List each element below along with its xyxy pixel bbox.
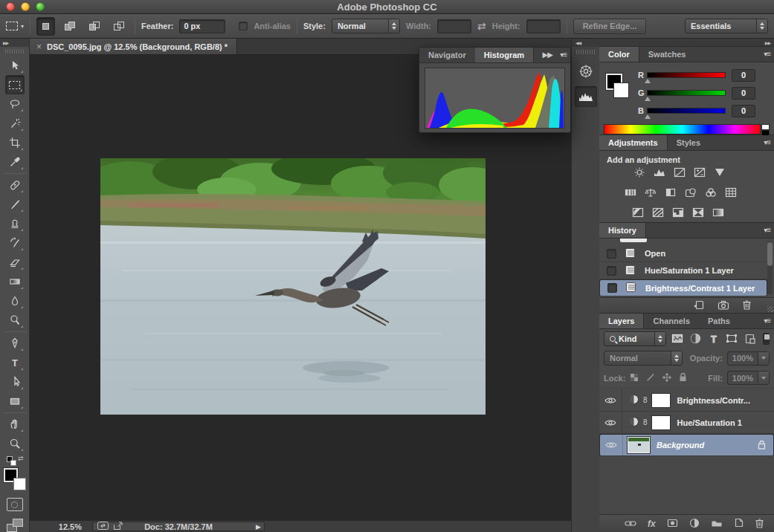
tab-adjustments[interactable]: Adjustments [599,135,668,150]
status-options-arrow-icon[interactable]: ▶ [256,523,261,531]
tool-preset-picker[interactable]: ▾ [6,17,24,35]
filter-smart-objects-icon[interactable] [744,332,757,345]
tab-histogram[interactable]: Histogram [475,48,534,62]
color-balance-icon[interactable] [643,186,658,198]
green-value-field[interactable]: 0 [732,87,755,100]
tab-layers[interactable]: Layers [599,314,644,328]
rectangular-marquee-tool[interactable] [5,75,25,94]
move-tool[interactable] [5,56,25,75]
invert-icon[interactable] [631,207,645,218]
snapshot-thumbnail-partial[interactable] [620,239,647,242]
lasso-tool[interactable] [5,94,25,114]
refine-edge-button[interactable]: Refine Edge... [573,19,647,34]
strip-expand-header[interactable]: ◀◀ [572,39,599,47]
height-input[interactable] [526,19,561,33]
lock-pixels-icon[interactable] [645,372,655,383]
gradient-tool[interactable] [5,272,25,291]
intersect-selection-button[interactable] [110,17,129,36]
history-state-hue-saturation[interactable]: Hue/Saturation 1 Layer [599,262,767,279]
spot-healing-brush-tool[interactable] [5,175,25,195]
layer-row-hue-saturation[interactable]: 8 Hue/Saturation 1 [599,412,774,434]
rectangle-tool[interactable] [5,392,25,411]
collapse-panel-icon[interactable]: ▶▶ [543,51,552,59]
zoom-tool[interactable] [5,434,25,453]
tab-paths[interactable]: Paths [699,314,739,328]
feather-input[interactable] [179,19,225,33]
histogram-panel-icon[interactable] [575,86,597,107]
black-white-icon[interactable] [663,186,678,198]
posterize-icon[interactable] [651,207,665,218]
visibility-toggle[interactable] [600,435,623,455]
swap-colors-icon[interactable]: ⇄ [18,455,24,462]
panel-resize-grip[interactable] [767,306,773,312]
visibility-toggle[interactable] [599,389,622,411]
red-value-field[interactable]: 0 [732,69,755,82]
history-scrollbar[interactable] [767,241,773,294]
vibrance-icon[interactable] [712,166,727,178]
panel-menu-icon[interactable]: ▾≡ [560,51,567,59]
default-colors-widget[interactable]: ⇄ [7,455,23,467]
delete-state-button[interactable] [742,299,752,311]
opacity-dropdown[interactable]: 100% [727,351,770,366]
quick-mask-button[interactable] [7,498,23,511]
style-select[interactable]: Normal [332,19,400,33]
swap-width-height-icon[interactable]: ⇄ [477,20,486,32]
hand-tool[interactable] [5,415,25,434]
curves-icon[interactable] [672,166,687,178]
filter-toggle-switch[interactable] [763,333,770,345]
gradient-map-icon[interactable] [691,207,706,218]
tab-swatches[interactable]: Swatches [639,47,695,62]
red-slider[interactable] [647,72,726,78]
layer-row-background[interactable]: Background [599,434,774,456]
dock-collapse-header[interactable]: ▶▶ [599,39,774,47]
canvas-image[interactable] [100,158,486,415]
history-brush-tool[interactable] [5,233,25,253]
visibility-toggle[interactable] [599,412,622,433]
fill-dropdown[interactable]: 100% [727,371,770,385]
brush-tool[interactable] [5,195,25,214]
layer-row-brightness-contrast[interactable]: 8 Brightness/Contr... [599,389,774,412]
tab-history[interactable]: History [599,223,646,238]
green-slider[interactable] [647,90,726,96]
add-to-selection-button[interactable] [61,17,80,36]
exposure-icon[interactable] [692,166,707,178]
white-swatch[interactable] [761,124,770,130]
layer-thumbnail[interactable] [628,437,650,453]
history-state-brightness-contrast[interactable]: Brightness/Contrast 1 Layer [599,279,767,296]
width-input[interactable] [437,19,471,33]
color-spectrum-ramp[interactable] [604,124,761,134]
filter-adjustment-layers-icon[interactable] [688,332,702,345]
eraser-tool[interactable] [5,253,25,272]
eyedropper-tool[interactable] [5,152,25,172]
layer-style-button[interactable]: fx [648,519,656,529]
tools-collapse-header[interactable]: ▶▶ [0,39,29,47]
new-adjustment-layer-button[interactable] [689,518,700,530]
path-selection-tool[interactable] [5,372,25,392]
lock-transparency-icon[interactable] [630,373,639,383]
background-color-swatch[interactable] [13,478,26,490]
color-lookup-icon[interactable] [723,186,738,198]
history-source-checkbox[interactable] [607,283,617,293]
layer-mask-thumbnail[interactable] [651,393,671,408]
navigator-panel-icon[interactable] [575,61,597,82]
document-tab[interactable]: × DSC_0095.jpg @ 12.5% (Background, RGB/… [30,39,237,54]
slider-thumb[interactable] [645,97,651,101]
channel-mixer-icon[interactable] [703,186,718,198]
blue-slider[interactable] [647,108,726,114]
new-group-button[interactable] [711,519,723,529]
filter-kind-select[interactable]: Kind [604,331,666,346]
levels-icon[interactable] [652,166,667,178]
close-tab-icon[interactable]: × [36,42,42,52]
tab-navigator[interactable]: Navigator [419,48,475,62]
background-color-swatch[interactable] [613,82,629,98]
anti-alias-checkbox[interactable] [239,22,248,30]
filter-shape-layers-icon[interactable] [725,332,738,345]
history-source-checkbox[interactable] [607,266,616,276]
slider-thumb[interactable] [645,114,651,119]
panel-menu-icon[interactable]: ▾≡ [764,50,770,58]
lock-all-icon[interactable] [679,372,687,383]
history-source-checkbox[interactable] [607,249,616,259]
lock-position-icon[interactable] [662,372,672,384]
subtract-from-selection-button[interactable] [86,17,104,36]
photo-filter-icon[interactable] [683,186,698,198]
